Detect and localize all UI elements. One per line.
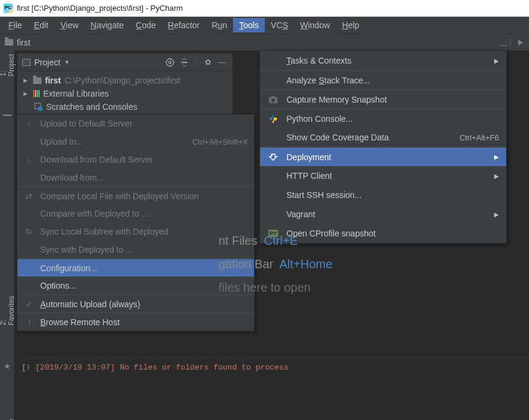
window-title: first [C:\Python\Django_projects\first] … xyxy=(17,4,183,13)
breadcrumb-root[interactable]: first xyxy=(17,38,31,47)
menu-refactor[interactable]: Refactor xyxy=(162,18,206,32)
folder-icon xyxy=(5,39,13,46)
menu-help[interactable]: Help xyxy=(336,18,366,32)
console-left-icon[interactable]: [⫶ xyxy=(22,363,31,372)
console-message: No files or folders found to process xyxy=(119,363,288,372)
submenu-arrow-icon: ▶ xyxy=(494,211,499,218)
browse-icon: ⫶ xyxy=(23,317,34,327)
tools-tasks-contexts[interactable]: Tasks & Contexts ▶ xyxy=(260,51,506,70)
folder-icon xyxy=(33,77,41,84)
svg-point-8 xyxy=(38,107,43,111)
scratches-icon xyxy=(34,103,43,111)
play-icon[interactable] xyxy=(518,40,524,46)
submenu-upload-default: ↑ Upload to Default Server xyxy=(17,115,254,133)
caret-right-icon[interactable]: ▶ xyxy=(23,91,29,97)
titlebar: first [C:\Python\Django_projects\first] … xyxy=(0,0,529,17)
menubar: File Edit View Navigate Code Refactor Ru… xyxy=(0,17,529,34)
download-icon: ↓ xyxy=(23,155,34,164)
tools-menu: Tasks & Contexts ▶ Analyze Stack Trace..… xyxy=(259,50,507,244)
tree-ext-label: External Libraries xyxy=(43,89,109,98)
submenu-compare-deployed: Compare with Deployed to ... xyxy=(17,205,254,223)
tool-window-rail: 1: Project 2: Favorites ★ 7: Structure xyxy=(0,50,14,420)
tools-analyze-stack[interactable]: Analyze Stack Trace... xyxy=(260,70,506,89)
menu-code[interactable]: Code xyxy=(130,18,162,32)
svg-point-0 xyxy=(166,59,174,66)
pycharm-icon xyxy=(4,4,13,13)
submenu-arrow-icon: ▶ xyxy=(494,154,499,160)
menu-vcs[interactable]: VCS xyxy=(265,18,294,32)
menu-file[interactable]: File xyxy=(2,18,28,32)
snapshot-icon xyxy=(267,95,279,104)
sync-icon: ↻ xyxy=(23,227,34,236)
breadcrumb-end: ... xyxy=(500,38,511,47)
library-icon xyxy=(33,90,40,97)
submenu-download-from: Download from... xyxy=(17,169,254,187)
rail-box-icon[interactable] xyxy=(3,115,11,116)
submenu-browse-remote[interactable]: ⫶ Browse Remote Host xyxy=(17,313,254,331)
minimize-icon[interactable]: — xyxy=(217,57,228,68)
star-icon: ★ xyxy=(4,362,11,371)
tree-root-path: C:\Python\Django_projects\first xyxy=(64,76,180,85)
python-icon xyxy=(267,114,279,124)
menu-window[interactable]: Window xyxy=(294,18,336,32)
check-icon: ✓ xyxy=(23,299,34,309)
tools-python-console[interactable]: Python Console... xyxy=(260,109,506,128)
upload-icon: ↑ xyxy=(23,119,34,128)
console-timestamp: [2019/3/19 13:07] xyxy=(35,363,115,372)
submenu-compare-local: ⇄ Compare Local File with Deployed Versi… xyxy=(17,187,254,205)
tools-http-client[interactable]: HTTP Client ▶ xyxy=(260,166,506,185)
compare-icon: ⇄ xyxy=(23,191,34,201)
tree-root-name: first xyxy=(45,76,61,85)
panel-title[interactable]: Project xyxy=(34,58,61,67)
svg-rect-10 xyxy=(271,96,275,98)
tree-item-external-libs[interactable]: ▶ External Libraries xyxy=(21,87,229,100)
tools-start-ssh[interactable]: Start SSH session... xyxy=(260,185,506,205)
menu-run[interactable]: Run xyxy=(206,18,234,32)
tools-vagrant[interactable]: Vagrant ▶ xyxy=(260,205,506,224)
submenu-upload-to: Upload to... Ctrl+Alt+Shift+X xyxy=(17,133,254,151)
project-panel: Project ▼ ✿ — ▶ first C:\Python\Django_p… xyxy=(17,53,233,116)
tools-code-coverage[interactable]: Show Code Coverage Data Ctrl+Alt+F6 xyxy=(260,128,506,147)
target-icon[interactable] xyxy=(165,57,175,68)
gear-icon[interactable]: ✿ xyxy=(202,57,213,68)
tools-capture-memory[interactable]: Capture Memory Snapshot xyxy=(260,89,506,109)
menu-tools[interactable]: Tools xyxy=(233,18,265,32)
caret-right-icon[interactable]: ▶ xyxy=(23,77,29,83)
svg-point-1 xyxy=(169,61,171,64)
editor-ghost-hints: nt Files Ctrl+E gation Bar Alt+Home file… xyxy=(219,234,333,304)
chevron-down-icon[interactable]: ▼ xyxy=(64,59,70,65)
divider xyxy=(196,57,196,68)
console-output: [⫶ [2019/3/19 13:07] No files or folders… xyxy=(17,358,529,377)
panel-window-icon[interactable] xyxy=(22,59,31,66)
svg-point-11 xyxy=(271,98,275,102)
tree-scratch-label: Scratches and Consoles xyxy=(46,102,138,112)
submenu-arrow-icon: ▶ xyxy=(494,173,499,179)
menu-navigate[interactable]: Navigate xyxy=(85,18,130,32)
project-tree: ▶ first C:\Python\Django_projects\first … xyxy=(17,71,232,116)
submenu-arrow-icon: ▶ xyxy=(494,58,499,64)
rail-favorites[interactable]: 2: Favorites xyxy=(0,296,16,325)
tree-item-root[interactable]: ▶ first C:\Python\Django_projects\first xyxy=(21,74,229,87)
project-panel-header: Project ▼ ✿ — xyxy=(17,53,232,71)
svg-rect-6 xyxy=(181,62,187,63)
menu-edit[interactable]: Edit xyxy=(28,18,55,32)
deploy-icon xyxy=(267,153,279,161)
submenu-download-default: ↓ Download from Default Server xyxy=(17,151,254,169)
tree-item-scratches[interactable]: Scratches and Consoles xyxy=(21,100,229,113)
collapse-icon[interactable] xyxy=(179,57,190,68)
rail-project[interactable]: 1: Project xyxy=(0,54,16,76)
tools-deployment[interactable]: Deployment ▶ xyxy=(260,147,506,166)
breadcrumb-bar: first ... xyxy=(0,34,529,50)
menu-view[interactable]: View xyxy=(55,18,85,32)
